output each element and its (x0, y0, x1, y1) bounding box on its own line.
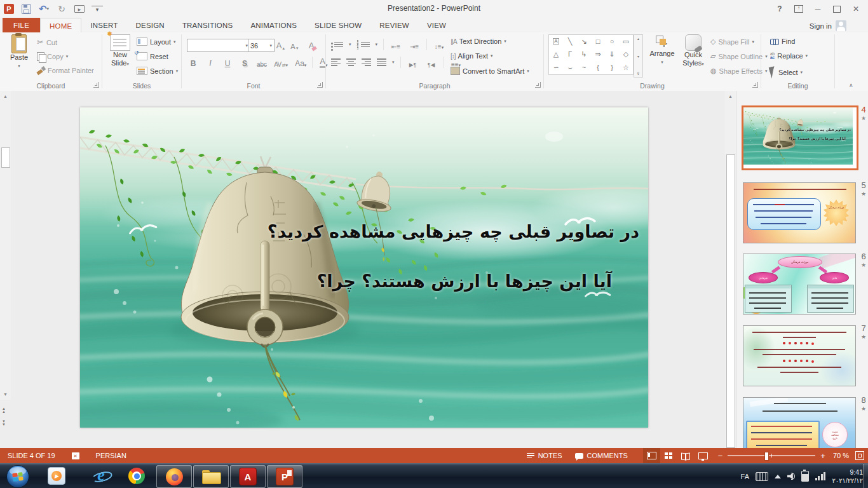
taskbar-media-player[interactable]: ▶ (39, 465, 74, 487)
gallery-down-icon[interactable]: ▾ (637, 54, 639, 58)
cut-button[interactable]: ✂Cut (37, 37, 57, 47)
tab-design[interactable]: DESIGN (127, 18, 173, 32)
thumbnail-scrollbar[interactable]: ▲ (725, 91, 736, 448)
slide-canvas[interactable]: در تصاویر قبلی چه چیزهایی مشاهده کردید؟ … (80, 107, 648, 428)
bold-button[interactable]: B (187, 57, 200, 68)
zoom-out-button[interactable]: − (718, 451, 723, 461)
taskbar-chrome[interactable] (119, 465, 154, 487)
previous-slide-button[interactable]: ▲▲ (2, 407, 6, 413)
shrink-font-button[interactable]: A▼ (288, 39, 301, 50)
tab-view[interactable]: VIEW (418, 18, 455, 32)
layout-button[interactable]: Layout▾ (137, 37, 176, 46)
ltr-text-direction-icon[interactable]: ▶¶ (407, 57, 419, 68)
shape-down-arrow-icon[interactable]: ⇓ (609, 51, 614, 58)
shape-elbow-arrow-icon[interactable]: ↳ (581, 51, 587, 58)
shape-curve-icon[interactable]: ~ (582, 64, 586, 71)
shape-rectangle-icon[interactable]: □ (596, 38, 600, 45)
copy-button[interactable]: Copy▾ (37, 52, 68, 61)
shape-right-arrow-icon[interactable]: ⇒ (595, 51, 600, 58)
show-desktop-button[interactable] (863, 464, 868, 488)
text-shadow-button[interactable]: S (238, 57, 251, 68)
thumbnail-slide-5[interactable]: میراث فرهنگی (743, 182, 856, 243)
ribbon-display-options-icon[interactable]: ↑ (789, 1, 808, 17)
grow-font-button[interactable]: A▲ (275, 39, 287, 50)
clock[interactable]: 9:41 ۲۰۲۱/۲۲/۱۲ (832, 468, 863, 485)
format-painter-button[interactable]: Format Painter (37, 67, 94, 74)
shape-right-brace-icon[interactable]: } (611, 64, 613, 71)
slide-show-button[interactable] (695, 448, 712, 463)
shape-snip-rectangle-icon[interactable]: ◇ (623, 51, 628, 58)
line-spacing-icon[interactable]: ↕≡▾ (433, 39, 445, 50)
shape-elbow-connector-icon[interactable]: Γ (568, 51, 572, 58)
shape-left-brace-icon[interactable]: { (597, 64, 599, 71)
shape-line-icon[interactable]: ╲ (568, 38, 573, 45)
zoom-level[interactable]: 70 % (833, 452, 849, 459)
scroll-up-icon[interactable]: ▲ (0, 91, 11, 102)
fit-slide-to-window-icon[interactable] (855, 451, 864, 460)
select-button[interactable]: Select▾ (770, 67, 803, 78)
taskbar-acrobat[interactable]: A (230, 465, 266, 488)
keyboard-icon[interactable] (756, 472, 768, 481)
taskbar-powerpoint[interactable]: P (267, 465, 302, 488)
spell-check-icon[interactable]: ✕ (72, 452, 79, 459)
dialog-launcher-icon[interactable] (535, 82, 541, 88)
thumb-scroll-up-icon[interactable]: ▲ (725, 91, 736, 102)
zoom-slider[interactable] (728, 455, 815, 456)
network-signal-icon[interactable] (815, 472, 826, 480)
dialog-launcher-icon[interactable] (93, 82, 99, 88)
bullets-icon[interactable] (331, 41, 343, 48)
sign-in[interactable]: Sign in (810, 20, 846, 31)
shape-rounded-rectangle-icon[interactable]: ▭ (623, 38, 629, 45)
show-hidden-icons-icon[interactable] (775, 475, 781, 478)
shapes-gallery-scrollbar[interactable]: ▴ ▾ ⊽ (634, 34, 643, 78)
battery-icon[interactable] (801, 471, 809, 482)
rtl-text-direction-icon[interactable]: ¶◀ (425, 57, 438, 68)
tab-slide-show[interactable]: SLIDE SHOW (306, 18, 370, 32)
underline-button[interactable]: U (221, 57, 234, 68)
character-spacing-button[interactable]: AV⇄▾ (273, 57, 289, 68)
slide-counter[interactable]: SLIDE 4 OF 19 (8, 452, 55, 459)
shape-fill-button[interactable]: ◇Shape Fill▾ (710, 37, 754, 46)
start-button[interactable] (6, 465, 29, 488)
arrange-button[interactable]: Arrange▾ (646, 34, 679, 66)
convert-to-smartart-button[interactable]: Convert to SmartArt▾ (451, 67, 529, 75)
taskbar-firefox[interactable] (156, 465, 192, 488)
reset-button[interactable]: Reset (137, 52, 168, 60)
new-slide-button[interactable]: New Slide▾ (106, 34, 134, 68)
change-case-button[interactable]: Aa▾ (294, 57, 308, 68)
tab-review[interactable]: REVIEW (370, 18, 418, 32)
shape-text-box-icon[interactable]: A (553, 38, 559, 44)
align-center-icon[interactable] (346, 58, 356, 67)
align-left-icon[interactable] (331, 58, 341, 67)
tab-insert[interactable]: INSERT (81, 18, 126, 32)
next-slide-button[interactable]: ▼▼ (2, 420, 6, 426)
increase-indent-icon[interactable]: ⇥≡ (408, 39, 421, 50)
close-icon[interactable]: ✕ (846, 1, 865, 17)
font-name-combo[interactable]: ▾ (187, 39, 250, 52)
shapes-gallery[interactable]: A ╲ ↘ □ ○ ▭ △ Γ ↳ ⇒ ⇓ ◇ ∽ ⌣ ~ { } ☆ (548, 34, 634, 75)
shape-oval-icon[interactable]: ○ (610, 38, 614, 45)
shape-arrow-icon[interactable]: ↘ (581, 38, 587, 45)
shape-star-icon[interactable]: ☆ (623, 64, 629, 71)
tab-home[interactable]: HOME (40, 18, 81, 33)
replace-button[interactable]: abacReplace▾ (770, 52, 808, 60)
help-icon[interactable]: ? (770, 1, 789, 17)
italic-button[interactable]: I (204, 57, 217, 68)
gallery-up-icon[interactable]: ▴ (637, 36, 639, 41)
font-size-combo[interactable]: 36▾ (248, 39, 275, 52)
align-right-icon[interactable] (362, 58, 371, 67)
collapse-ribbon-icon[interactable]: ∧ (849, 82, 853, 88)
find-button[interactable]: Find (770, 37, 795, 45)
thumbnail-scrollbar-thumb[interactable] (726, 154, 735, 448)
strikethrough-button[interactable]: abc (255, 57, 268, 68)
notes-button[interactable]: NOTES (520, 448, 569, 463)
slide-scrollbar[interactable]: ▲ ▼ (0, 91, 11, 400)
minimize-icon[interactable]: ─ (808, 1, 827, 17)
comments-button[interactable]: COMMENTS (569, 448, 634, 463)
slide-sorter-view-button[interactable] (660, 448, 677, 463)
quick-styles-button[interactable]: Quick Styles▾ (679, 34, 708, 68)
shape-outline-button[interactable]: ▱Shape Outline▾ (710, 52, 768, 60)
tab-animations[interactable]: ANIMATIONS (241, 18, 306, 32)
thumbnail-slide-4[interactable]: در تصاویر قبلی چه چیزهایی مشاهده کردید؟ … (742, 105, 858, 170)
zoom-slider-thumb[interactable] (764, 452, 769, 461)
